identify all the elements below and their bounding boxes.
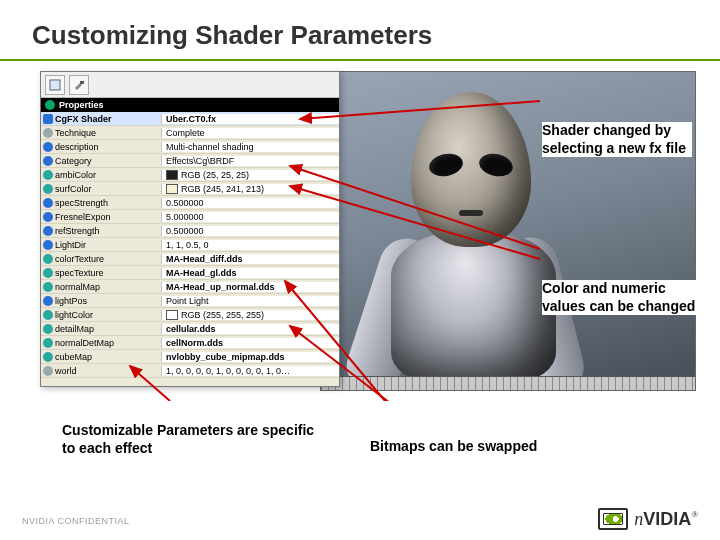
prop-value[interactable]: cellular.dds — [166, 324, 216, 334]
prop-icon — [43, 310, 53, 320]
color-swatch[interactable] — [166, 310, 178, 320]
panel-body: CgFX Shader Uber.CT0.fx TechniqueComplet… — [41, 112, 339, 380]
nvidia-wordmark: nVIDIA® — [634, 509, 698, 530]
prop-value[interactable]: RGB (25, 25, 25) — [181, 170, 249, 180]
prop-name: colorTexture — [55, 254, 104, 264]
prop-name: Technique — [55, 128, 96, 138]
property-row[interactable]: surfColorRGB (245, 241, 213) — [41, 182, 339, 196]
prop-icon — [43, 338, 53, 348]
property-row[interactable]: world1, 0, 0, 0, 0, 1, 0, 0, 0, 0, 1, 0… — [41, 364, 339, 378]
prop-name: ambiColor — [55, 170, 96, 180]
slide-title: Customizing Shader Parameters — [0, 0, 720, 59]
prop-icon — [43, 170, 53, 180]
hammer-icon — [73, 79, 85, 91]
property-row[interactable]: refStrength0.500000 — [41, 224, 339, 238]
prop-name: wvp — [55, 380, 71, 381]
prop-name: world — [55, 366, 77, 376]
prop-value[interactable]: 3.33705, 3.2775, 6.124785,0.08… — [166, 380, 303, 381]
timeline-ruler[interactable] — [321, 376, 695, 390]
property-row[interactable]: lightColorRGB (255, 255, 255) — [41, 308, 339, 322]
prop-name: detailMap — [55, 324, 94, 334]
prop-value[interactable]: Effects\Cg\BRDF — [166, 156, 234, 166]
prop-icon — [43, 212, 53, 222]
prop-icon — [43, 366, 53, 376]
shader-file[interactable]: Uber.CT0.fx — [166, 114, 216, 124]
prop-name: lightPos — [55, 296, 87, 306]
prop-name: Category — [55, 156, 92, 166]
svg-rect-0 — [50, 80, 60, 90]
toolbar-button-2[interactable] — [69, 75, 89, 95]
property-row[interactable]: specStrength0.500000 — [41, 196, 339, 210]
property-row[interactable]: FresnelExpon5.000000 — [41, 210, 339, 224]
title-underline — [0, 59, 720, 61]
property-row[interactable]: lightPosPoint Light — [41, 294, 339, 308]
property-row[interactable]: normalDetMapcellNorm.dds — [41, 336, 339, 350]
prop-value[interactable]: MA-Head_diff.dds — [166, 254, 243, 264]
property-row[interactable]: cubeMapnvlobby_cube_mipmap.dds — [41, 350, 339, 364]
prop-icon — [43, 282, 53, 292]
property-row[interactable]: specTextureMA-Head_gl.dds — [41, 266, 339, 280]
color-swatch[interactable] — [166, 184, 178, 194]
property-row[interactable]: descriptionMulti-channel shading — [41, 140, 339, 154]
shader-icon — [43, 114, 53, 124]
prop-icon — [43, 380, 53, 381]
color-swatch[interactable] — [166, 170, 178, 180]
prop-value[interactable]: Complete — [166, 128, 205, 138]
prop-name: normalMap — [55, 282, 100, 292]
callout-values: Color and numeric values can be changed — [542, 280, 712, 315]
prop-name: specTexture — [55, 268, 104, 278]
prop-icon — [43, 324, 53, 334]
prop-name: FresnelExpon — [55, 212, 111, 222]
prop-icon — [43, 184, 53, 194]
prop-icon — [43, 156, 53, 166]
prop-icon — [43, 226, 53, 236]
nvidia-logo: nVIDIA® — [598, 508, 698, 530]
viewport-3d[interactable] — [320, 71, 696, 391]
shader-label: CgFX Shader — [55, 114, 112, 124]
prop-name: lightColor — [55, 310, 93, 320]
prop-icon — [43, 128, 53, 138]
panel-header-label: Properties — [59, 100, 104, 110]
prop-value[interactable]: Multi-channel shading — [166, 142, 254, 152]
shader-row[interactable]: CgFX Shader Uber.CT0.fx — [41, 112, 339, 126]
prop-value[interactable]: 0.500000 — [166, 226, 204, 236]
callout-specific: Customizable Parameters are specific to … — [62, 422, 322, 457]
prop-value[interactable]: 1, 1, 0.5, 0 — [166, 240, 209, 250]
svg-rect-1 — [80, 81, 84, 84]
prop-value[interactable]: nvlobby_cube_mipmap.dds — [166, 352, 285, 362]
prop-name: surfColor — [55, 184, 92, 194]
toolbar-button-1[interactable] — [45, 75, 65, 95]
property-row[interactable]: ambiColorRGB (25, 25, 25) — [41, 168, 339, 182]
property-row[interactable]: normalMapMA-Head_up_normal.dds — [41, 280, 339, 294]
property-row[interactable]: LightDir1, 1, 0.5, 0 — [41, 238, 339, 252]
expand-dot-icon — [45, 100, 55, 110]
prop-value[interactable]: Point Light — [166, 296, 209, 306]
prop-icon — [43, 268, 53, 278]
prop-name: normalDetMap — [55, 338, 114, 348]
prop-value[interactable]: RGB (255, 255, 255) — [181, 310, 264, 320]
property-row[interactable]: detailMapcellular.dds — [41, 322, 339, 336]
prop-name: LightDir — [55, 240, 86, 250]
prop-icon — [43, 142, 53, 152]
property-row[interactable]: wvp3.33705, 3.2775, 6.124785,0.08… — [41, 378, 339, 380]
property-row[interactable]: CategoryEffects\Cg\BRDF — [41, 154, 339, 168]
prop-value[interactable]: 5.000000 — [166, 212, 204, 222]
callout-fx: Shader changed by selecting a new fx fil… — [542, 122, 692, 157]
panel-toolbar — [41, 72, 339, 98]
prop-value[interactable]: cellNorm.dds — [166, 338, 223, 348]
nvidia-eye-icon — [598, 508, 628, 530]
prop-icon — [43, 296, 53, 306]
property-row[interactable]: TechniqueComplete — [41, 126, 339, 140]
content-stage: Properties CgFX Shader Uber.CT0.fx Techn… — [40, 71, 696, 391]
prop-value[interactable]: 0.500000 — [166, 198, 204, 208]
properties-panel: Properties CgFX Shader Uber.CT0.fx Techn… — [40, 71, 340, 387]
prop-value[interactable]: 1, 0, 0, 0, 0, 1, 0, 0, 0, 0, 1, 0… — [166, 366, 290, 376]
prop-value[interactable]: RGB (245, 241, 213) — [181, 184, 264, 194]
sheet-icon — [49, 79, 61, 91]
prop-icon — [43, 198, 53, 208]
prop-value[interactable]: MA-Head_gl.dds — [166, 268, 237, 278]
property-row[interactable]: colorTextureMA-Head_diff.dds — [41, 252, 339, 266]
panel-header-bar[interactable]: Properties — [41, 98, 339, 112]
prop-value[interactable]: MA-Head_up_normal.dds — [166, 282, 275, 292]
prop-icon — [43, 240, 53, 250]
